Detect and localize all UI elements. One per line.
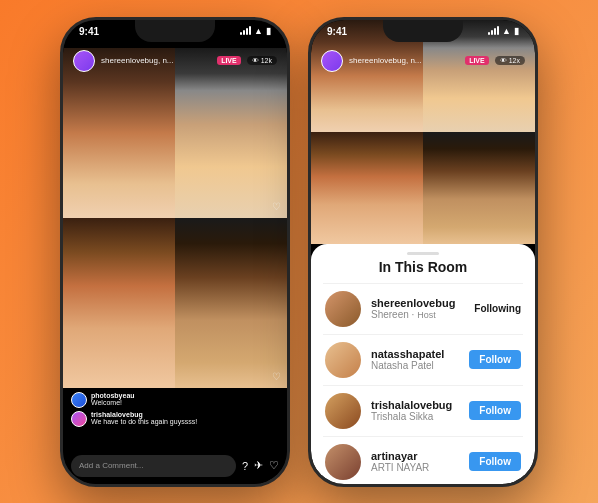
- room-user-info-4: artinayar ARTI NAYAR: [371, 450, 459, 473]
- live-badge-1: LIVE: [217, 56, 241, 65]
- video-cell-3: [63, 218, 175, 388]
- battery-icon-2: ▮: [514, 26, 519, 36]
- comment-input-1[interactable]: Add a Comment...: [71, 455, 236, 477]
- room-avatar-1: [325, 291, 361, 327]
- room-avatar-3: [325, 393, 361, 429]
- signal-icon-2: [488, 26, 499, 35]
- room-username-4: artinayar: [371, 450, 459, 462]
- heart-icon-4: ♡: [272, 371, 281, 382]
- room-fullname-1: Shereen · Host: [371, 309, 464, 320]
- follow-button-3[interactable]: Follow: [469, 401, 521, 420]
- live-header-2: shereenlovebug, n... LIVE 👁 12x: [311, 46, 535, 76]
- wifi-icon-2: ▲: [502, 26, 511, 36]
- eye-icon-2: 👁: [500, 57, 507, 64]
- status-icons-2: ▲ ▮: [488, 26, 519, 36]
- room-avatar-4: [325, 444, 361, 480]
- room-fullname-2: Natasha Patel: [371, 360, 459, 371]
- comment-2: trishalalovebug We have to do this again…: [71, 411, 279, 427]
- time-2: 9:41: [327, 26, 347, 37]
- host-username-2: shereenlovebug, n...: [349, 56, 459, 65]
- notch: [135, 20, 215, 42]
- video-cell-4: ♡: [175, 218, 287, 388]
- question-icon[interactable]: ?: [242, 460, 248, 472]
- room-user-3: trishalalovebug Trishala Sikka Follow: [311, 386, 535, 436]
- room-user-info-1: shereenlovebug Shereen · Host: [371, 297, 464, 320]
- bottom-sheet: In This Room shereenlovebug Shereen · Ho…: [311, 244, 535, 484]
- live-badge-2: LIVE: [465, 56, 489, 65]
- send-icon[interactable]: ✈: [254, 459, 263, 472]
- video-grid-1: ♡ ♡: [63, 48, 287, 388]
- room-user-1: shereenlovebug Shereen · Host Following: [311, 284, 535, 334]
- sheet-title: In This Room: [311, 259, 535, 283]
- room-fullname-3: Trishala Sikka: [371, 411, 459, 422]
- viewers-badge-2: 👁 12x: [495, 56, 525, 65]
- bottom-bar-1: Add a Comment... ? ✈ ♡: [63, 448, 287, 484]
- comment-text-1: photosbyeau Welcome!: [91, 392, 135, 406]
- video-cell-2-4: [423, 132, 535, 244]
- phone-1: 9:41 ▲ ▮ shereenlovebug, n... LIVE 👁 12k: [60, 17, 290, 487]
- time-1: 9:41: [79, 26, 99, 37]
- comment-username-1: photosbyeau: [91, 392, 135, 399]
- wifi-icon: ▲: [254, 26, 263, 36]
- status-icons-1: ▲ ▮: [240, 26, 271, 36]
- sheet-handle: [407, 252, 439, 255]
- heart-icon-bar[interactable]: ♡: [269, 459, 279, 472]
- comment-text-2: trishalalovebug We have to do this again…: [91, 411, 197, 425]
- video-cell-2-3: [311, 132, 423, 244]
- heart-icon-2: ♡: [272, 201, 281, 212]
- comment-username-2: trishalalovebug: [91, 411, 143, 418]
- comment-avatar-2: [71, 411, 87, 427]
- bottom-icons: ? ✈ ♡: [242, 459, 279, 472]
- room-user-4: artinayar ARTI NAYAR Follow: [311, 437, 535, 484]
- follow-button-2[interactable]: Follow: [469, 350, 521, 369]
- host-badge: Host: [417, 310, 436, 320]
- phone1-screen: 9:41 ▲ ▮ shereenlovebug, n... LIVE 👁 12k: [63, 20, 287, 484]
- viewers-badge-1: 👁 12k: [247, 56, 277, 65]
- room-user-2: natasshapatel Natasha Patel Follow: [311, 335, 535, 385]
- comment-1: photosbyeau Welcome!: [71, 392, 279, 408]
- room-username-3: trishalalovebug: [371, 399, 459, 411]
- room-avatar-2: [325, 342, 361, 378]
- room-username-1: shereenlovebug: [371, 297, 464, 309]
- room-fullname-4: ARTI NAYAR: [371, 462, 459, 473]
- viewer-count-2: 12x: [509, 57, 520, 64]
- host-avatar-1: [73, 50, 95, 72]
- comments-area: photosbyeau Welcome! trishalalovebug We …: [63, 388, 287, 448]
- comment-body-1: Welcome!: [91, 399, 122, 406]
- room-username-2: natasshapatel: [371, 348, 459, 360]
- comment-avatar-1: [71, 392, 87, 408]
- room-user-info-2: natasshapatel Natasha Patel: [371, 348, 459, 371]
- following-label: Following: [474, 303, 521, 314]
- notch-2: [383, 20, 463, 42]
- host-username-1: shereenlovebug, n...: [101, 56, 211, 65]
- comment-body-2: We have to do this again guyssss!: [91, 418, 197, 425]
- viewer-count-1: 12k: [261, 57, 272, 64]
- eye-icon: 👁: [252, 57, 259, 64]
- comment-placeholder: Add a Comment...: [79, 461, 143, 470]
- battery-icon: ▮: [266, 26, 271, 36]
- room-user-info-3: trishalalovebug Trishala Sikka: [371, 399, 459, 422]
- host-avatar-2: [321, 50, 343, 72]
- live-header-1: shereenlovebug, n... LIVE 👁 12k: [63, 46, 287, 76]
- follow-button-4[interactable]: Follow: [469, 452, 521, 471]
- signal-icon: [240, 26, 251, 35]
- phone-2: 9:41 ▲ ▮ shereenlovebug, n... LIVE 👁 12x: [308, 17, 538, 487]
- phone2-screen: 9:41 ▲ ▮ shereenlovebug, n... LIVE 👁 12x: [311, 20, 535, 484]
